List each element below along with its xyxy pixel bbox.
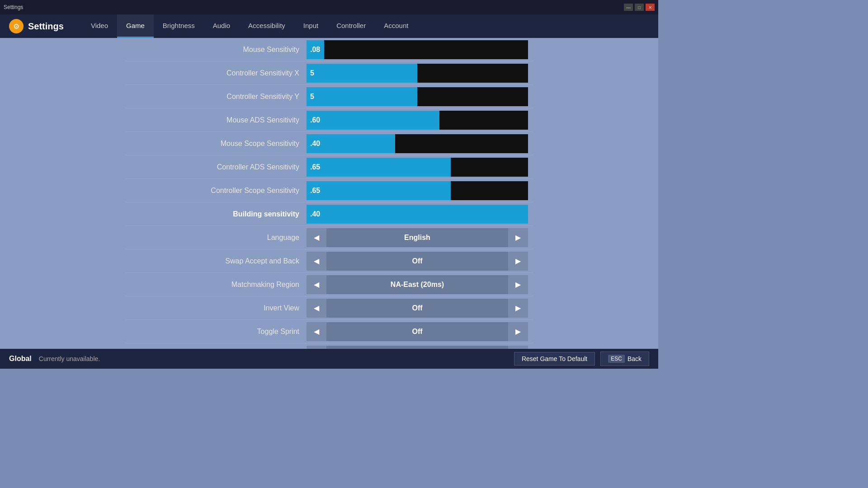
maximize-button[interactable]: □ bbox=[635, 4, 644, 11]
arrow-left-matchmaking-region[interactable]: ◀ bbox=[307, 275, 326, 294]
row-controller-scope-sensitivity: Controller Scope Sensitivity.65 bbox=[126, 179, 533, 202]
arrow-left-toggle-sprint[interactable]: ◀ bbox=[307, 322, 326, 341]
row-building-sensitivity: Building sensitivity.40 bbox=[126, 202, 533, 226]
tab-video[interactable]: Video bbox=[82, 14, 117, 38]
title-bar-controls: — □ ✕ bbox=[624, 4, 655, 11]
tab-controller[interactable]: Controller bbox=[327, 14, 375, 38]
label-controller-scope-sensitivity: Controller Scope Sensitivity bbox=[126, 187, 307, 195]
slider-value-controller-scope-sensitivity: .65 bbox=[310, 187, 320, 195]
arrow-right-sprint-cancels-reloading[interactable]: ▶ bbox=[508, 346, 528, 349]
footer-status: Currently unavailable. bbox=[39, 355, 100, 362]
control-building-sensitivity: .40 bbox=[307, 205, 533, 224]
slider-value-controller-ads-sensitivity: .65 bbox=[310, 163, 320, 171]
tab-accessibility[interactable]: Accessibility bbox=[239, 14, 294, 38]
selector-sprint-cancels-reloading: ◀Off▶ bbox=[307, 346, 528, 349]
option-value-invert-view: Off bbox=[326, 299, 508, 318]
label-building-sensitivity: Building sensitivity bbox=[126, 210, 307, 218]
row-toggle-sprint: Toggle Sprint◀Off▶ bbox=[126, 320, 533, 343]
label-toggle-sprint: Toggle Sprint bbox=[126, 328, 307, 336]
control-controller-ads-sensitivity: .65 bbox=[307, 158, 533, 177]
footer-global-label: Global bbox=[9, 355, 32, 363]
nav-tabs: Video Game Brightness Audio Accessibilit… bbox=[82, 14, 418, 38]
close-button[interactable]: ✕ bbox=[646, 4, 655, 11]
slider-controller-sensitivity-y[interactable]: 5 bbox=[307, 87, 528, 106]
arrow-right-toggle-sprint[interactable]: ▶ bbox=[508, 322, 528, 341]
arrow-right-matchmaking-region[interactable]: ▶ bbox=[508, 275, 528, 294]
row-invert-view: Invert View◀Off▶ bbox=[126, 296, 533, 320]
reset-game-button[interactable]: Reset Game To Default bbox=[514, 352, 595, 366]
slider-value-mouse-sensitivity: .08 bbox=[310, 46, 320, 54]
tab-audio[interactable]: Audio bbox=[204, 14, 239, 38]
arrow-right-invert-view[interactable]: ▶ bbox=[508, 299, 528, 318]
slider-value-controller-sensitivity-x: 5 bbox=[310, 69, 314, 77]
row-mouse-ads-sensitivity: Mouse ADS Sensitivity.60 bbox=[126, 108, 533, 132]
label-mouse-sensitivity: Mouse Sensitivity bbox=[126, 46, 307, 54]
settings-icon: ⚙ bbox=[9, 19, 24, 33]
slider-mouse-sensitivity[interactable]: .08 bbox=[307, 40, 528, 59]
row-mouse-scope-sensitivity: Mouse Scope Sensitivity.40 bbox=[126, 132, 533, 155]
slider-value-controller-sensitivity-y: 5 bbox=[310, 93, 314, 101]
slider-controller-sensitivity-x[interactable]: 5 bbox=[307, 64, 528, 83]
settings-scroll-area[interactable]: Mouse Sensitivity.08Controller Sensitivi… bbox=[126, 38, 533, 349]
control-mouse-sensitivity: .08 bbox=[307, 40, 533, 59]
slider-controller-scope-sensitivity[interactable]: .65 bbox=[307, 181, 528, 200]
esc-badge: ESC bbox=[608, 355, 625, 363]
title-bar-left: Settings bbox=[4, 4, 23, 10]
option-value-swap-accept-back: Off bbox=[326, 252, 508, 271]
slider-controller-ads-sensitivity[interactable]: .65 bbox=[307, 158, 528, 177]
footer: Global Currently unavailable. Reset Game… bbox=[0, 349, 658, 369]
label-invert-view: Invert View bbox=[126, 304, 307, 312]
slider-value-mouse-ads-sensitivity: .60 bbox=[310, 116, 320, 124]
option-value-language: English bbox=[326, 228, 508, 247]
selector-matchmaking-region: ◀NA-East (20ms)▶ bbox=[307, 275, 528, 294]
control-mouse-ads-sensitivity: .60 bbox=[307, 111, 533, 130]
tab-account[interactable]: Account bbox=[375, 14, 417, 38]
label-controller-ads-sensitivity: Controller ADS Sensitivity bbox=[126, 163, 307, 171]
arrow-left-swap-accept-back[interactable]: ◀ bbox=[307, 252, 326, 271]
selector-swap-accept-back: ◀Off▶ bbox=[307, 252, 528, 271]
row-controller-ads-sensitivity: Controller ADS Sensitivity.65 bbox=[126, 155, 533, 179]
label-mouse-scope-sensitivity: Mouse Scope Sensitivity bbox=[126, 140, 307, 148]
arrow-right-language[interactable]: ▶ bbox=[508, 228, 528, 247]
selector-toggle-sprint: ◀Off▶ bbox=[307, 322, 528, 341]
arrow-right-swap-accept-back[interactable]: ▶ bbox=[508, 252, 528, 271]
main-content: Mouse Sensitivity.08Controller Sensitivi… bbox=[0, 38, 658, 349]
label-controller-sensitivity-y: Controller Sensitivity Y bbox=[126, 93, 307, 101]
slider-value-building-sensitivity: .40 bbox=[310, 210, 320, 218]
back-button[interactable]: ESC Back bbox=[600, 352, 649, 366]
row-swap-accept-back: Swap Accept and Back◀Off▶ bbox=[126, 249, 533, 273]
control-controller-sensitivity-x: 5 bbox=[307, 64, 533, 83]
nav-logo: ⚙ Settings bbox=[9, 19, 64, 33]
row-controller-sensitivity-y: Controller Sensitivity Y5 bbox=[126, 85, 533, 108]
slider-mouse-scope-sensitivity[interactable]: .40 bbox=[307, 134, 528, 153]
title-bar-title: Settings bbox=[4, 4, 23, 10]
control-controller-sensitivity-y: 5 bbox=[307, 87, 533, 106]
selector-language: ◀English▶ bbox=[307, 228, 528, 247]
slider-value-mouse-scope-sensitivity: .40 bbox=[310, 140, 320, 148]
back-label: Back bbox=[627, 355, 642, 362]
option-value-matchmaking-region: NA-East (20ms) bbox=[326, 275, 508, 294]
option-value-toggle-sprint: Off bbox=[326, 322, 508, 341]
row-sprint-cancels-reloading: Sprint Cancels Reloading◀Off▶ bbox=[126, 343, 533, 349]
tab-input[interactable]: Input bbox=[294, 14, 327, 38]
slider-mouse-ads-sensitivity[interactable]: .60 bbox=[307, 111, 528, 130]
footer-left: Global Currently unavailable. bbox=[9, 355, 100, 363]
slider-building-sensitivity[interactable]: .40 bbox=[307, 205, 528, 224]
arrow-left-sprint-cancels-reloading[interactable]: ◀ bbox=[307, 346, 326, 349]
footer-right: Reset Game To Default ESC Back bbox=[514, 352, 649, 366]
minimize-button[interactable]: — bbox=[624, 4, 633, 11]
control-controller-scope-sensitivity: .65 bbox=[307, 181, 533, 200]
arrow-left-language[interactable]: ◀ bbox=[307, 228, 326, 247]
label-controller-sensitivity-x: Controller Sensitivity X bbox=[126, 69, 307, 77]
row-controller-sensitivity-x: Controller Sensitivity X5 bbox=[126, 61, 533, 85]
arrow-left-invert-view[interactable]: ◀ bbox=[307, 299, 326, 318]
tab-brightness[interactable]: Brightness bbox=[154, 14, 204, 38]
row-mouse-sensitivity: Mouse Sensitivity.08 bbox=[126, 38, 533, 61]
label-mouse-ads-sensitivity: Mouse ADS Sensitivity bbox=[126, 116, 307, 124]
row-matchmaking-region: Matchmaking Region◀NA-East (20ms)▶ bbox=[126, 273, 533, 296]
nav-bar: ⚙ Settings Video Game Brightness Audio A… bbox=[0, 14, 658, 38]
selector-invert-view: ◀Off▶ bbox=[307, 299, 528, 318]
option-value-sprint-cancels-reloading: Off bbox=[326, 346, 508, 349]
tab-game[interactable]: Game bbox=[117, 14, 154, 38]
nav-title: Settings bbox=[28, 21, 64, 32]
